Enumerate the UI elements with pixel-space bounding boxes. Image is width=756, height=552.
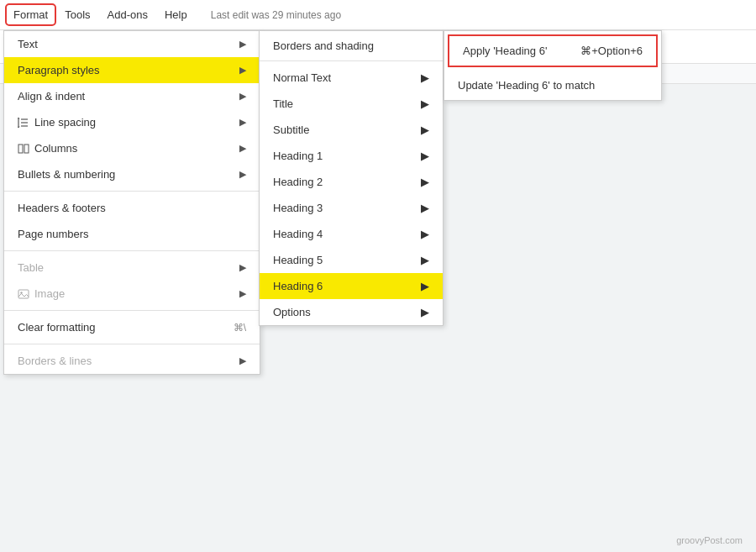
heading6-apply-shortcut: ⌘+Option+6: [580, 45, 643, 57]
format-page-numbers-item[interactable]: Page numbers: [4, 221, 260, 247]
chevron-right-icon: ▶: [239, 117, 246, 128]
para-heading4-item[interactable]: Heading 4 ▶: [260, 221, 443, 247]
menu-tools[interactable]: Tools: [58, 5, 97, 24]
columns-icon: [18, 143, 29, 155]
chevron-right-icon: ▶: [421, 254, 429, 266]
menu-addons[interactable]: Add-ons: [101, 5, 155, 24]
chevron-right-icon: ▶: [421, 150, 429, 162]
chevron-right-icon: ▶: [239, 262, 246, 273]
menu-help[interactable]: Help: [158, 5, 194, 24]
format-columns-item[interactable]: Columns ▶: [4, 135, 260, 161]
format-dropdown: Text ▶ Paragraph styles ▶ Align & indent…: [3, 30, 260, 375]
para-options-item[interactable]: Options ▶: [260, 299, 443, 325]
menu-divider-3: [4, 310, 260, 311]
chevron-right-icon: ▶: [239, 288, 246, 299]
chevron-right-icon: ▶: [239, 39, 246, 50]
format-borders-item: Borders & lines ▶: [4, 348, 260, 374]
para-heading2-item[interactable]: Heading 2 ▶: [260, 169, 443, 195]
menu-divider-4: [4, 344, 260, 344]
format-clear-item[interactable]: Clear formatting ⌘\: [4, 314, 260, 340]
last-edit-text: Last edit was 29 minutes ago: [211, 9, 341, 21]
chevron-right-icon: ▶: [239, 65, 246, 76]
heading6-apply-item[interactable]: Apply 'Heading 6' ⌘+Option+6: [448, 34, 658, 67]
format-line-spacing-item[interactable]: Line spacing ▶: [4, 109, 260, 135]
watermark: groovyPost.com: [676, 535, 743, 545]
para-subtitle-item[interactable]: Subtitle ▶: [260, 117, 443, 143]
heading6-update-item[interactable]: Update 'Heading 6' to match: [444, 71, 661, 100]
chevron-right-icon: ▶: [421, 97, 429, 110]
para-heading1-item[interactable]: Heading 1 ▶: [260, 143, 443, 169]
menu-format[interactable]: Format: [7, 5, 55, 24]
clear-shortcut: ⌘\: [234, 322, 246, 334]
format-table-item: Table ▶: [4, 255, 260, 281]
format-align-indent-item[interactable]: Align & indent ▶: [4, 83, 260, 109]
format-image-item: Image ▶: [4, 281, 260, 307]
chevron-right-icon: ▶: [239, 355, 246, 366]
heading6-update-label: Update 'Heading 6' to match: [458, 79, 595, 92]
chevron-right-icon: ▶: [239, 169, 246, 180]
chevron-right-icon: ▶: [421, 124, 429, 136]
paragraph-styles-submenu: Borders and shading Normal Text ▶ Title …: [259, 30, 444, 326]
svg-rect-26: [24, 145, 29, 153]
svg-rect-25: [18, 145, 23, 153]
format-text-item[interactable]: Text ▶: [4, 31, 260, 57]
heading6-submenu: Apply 'Heading 6' ⌘+Option+6 Update 'Hea…: [444, 30, 662, 101]
para-heading6-item[interactable]: Heading 6 ▶: [260, 273, 443, 299]
menu-divider-1: [4, 191, 260, 192]
para-heading3-item[interactable]: Heading 3 ▶: [260, 195, 443, 221]
format-headers-footers-item[interactable]: Headers & footers: [4, 195, 260, 221]
menu-divider-2: [4, 250, 260, 251]
line-spacing-icon: [18, 117, 29, 129]
chevron-right-icon: ▶: [421, 71, 429, 84]
svg-rect-27: [18, 290, 29, 298]
menu-bar: Format Tools Add-ons Help Last edit was …: [0, 0, 756, 30]
chevron-right-icon: ▶: [421, 228, 429, 240]
para-borders-shading-item[interactable]: Borders and shading: [260, 31, 443, 61]
heading6-apply-label: Apply 'Heading 6': [463, 45, 547, 57]
chevron-right-icon: ▶: [421, 202, 429, 214]
chevron-right-icon: ▶: [239, 91, 246, 102]
para-heading5-item[interactable]: Heading 5 ▶: [260, 247, 443, 273]
format-bullets-item[interactable]: Bullets & numbering ▶: [4, 161, 260, 187]
para-normal-text-item[interactable]: Normal Text ▶: [260, 65, 443, 91]
chevron-right-icon: ▶: [239, 143, 246, 154]
chevron-right-icon: ▶: [421, 306, 429, 318]
chevron-right-icon: ▶: [421, 176, 429, 188]
chevron-right-icon: ▶: [421, 280, 429, 292]
para-title-item[interactable]: Title ▶: [260, 91, 443, 117]
image-menu-icon: [18, 288, 29, 300]
format-paragraph-styles-item[interactable]: Paragraph styles ▶: [4, 57, 260, 83]
